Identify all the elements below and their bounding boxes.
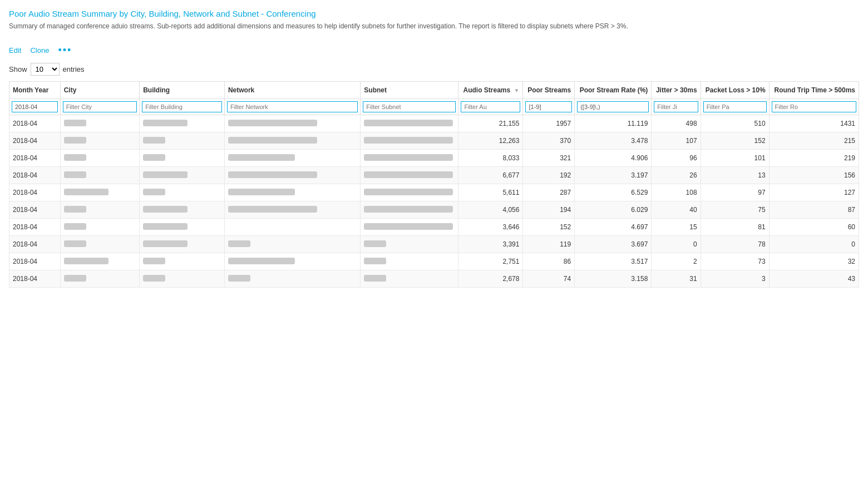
cell-month: 2018-04 bbox=[9, 132, 61, 149]
filter-psr[interactable] bbox=[577, 101, 649, 112]
cell-network bbox=[224, 253, 360, 270]
filter-jitter[interactable] bbox=[654, 101, 698, 112]
filter-rtt[interactable] bbox=[772, 101, 856, 112]
cell-network bbox=[224, 149, 360, 166]
col-header-rtt: Round Trip Time > 500ms bbox=[769, 81, 859, 98]
table-row: 2018-04 2,751 86 3.517 2 73 32 bbox=[9, 253, 859, 270]
more-options-button[interactable]: ••• bbox=[58, 45, 72, 56]
cell-psr: 3.478 bbox=[575, 132, 652, 149]
cell-poor-streams: 370 bbox=[523, 132, 575, 149]
cell-poor-streams: 1957 bbox=[523, 115, 575, 132]
cell-network bbox=[224, 166, 360, 184]
col-header-packet-loss: Packet Loss > 10% bbox=[701, 81, 769, 98]
filter-subnet[interactable] bbox=[363, 101, 456, 112]
cell-jitter: 15 bbox=[652, 218, 701, 235]
cell-jitter: 107 bbox=[652, 132, 701, 149]
table-row: 2018-04 4,056 194 6.029 40 75 87 bbox=[9, 201, 859, 218]
filter-month-year[interactable] bbox=[12, 101, 58, 112]
cell-subnet bbox=[361, 149, 458, 166]
cell-city bbox=[60, 115, 140, 132]
table-row: 2018-04 3,391 119 3.697 0 78 0 bbox=[9, 235, 859, 253]
cell-network bbox=[224, 218, 360, 235]
table-row: 2018-04 2,678 74 3.158 31 3 43 bbox=[9, 270, 859, 287]
cell-rtt: 0 bbox=[769, 235, 859, 253]
cell-poor-streams: 321 bbox=[523, 149, 575, 166]
filter-poor-streams[interactable] bbox=[525, 101, 572, 112]
filter-cell-packet bbox=[701, 98, 769, 115]
cell-jitter: 0 bbox=[652, 235, 701, 253]
cell-building bbox=[140, 201, 225, 218]
cell-subnet bbox=[361, 166, 458, 184]
cell-subnet bbox=[361, 132, 458, 149]
col-header-jitter: Jitter > 30ms bbox=[652, 81, 701, 98]
col-header-psr: Poor Stream Rate (%) bbox=[575, 81, 652, 98]
cell-packet-loss: 73 bbox=[701, 253, 769, 270]
filter-cell-poor bbox=[523, 98, 575, 115]
cell-city bbox=[60, 235, 140, 253]
cell-packet-loss: 81 bbox=[701, 218, 769, 235]
cell-rtt: 1431 bbox=[769, 115, 859, 132]
cell-packet-loss: 152 bbox=[701, 132, 769, 149]
cell-month: 2018-04 bbox=[9, 218, 61, 235]
cell-subnet bbox=[361, 218, 458, 235]
cell-month: 2018-04 bbox=[9, 253, 61, 270]
cell-audio-streams: 6,677 bbox=[458, 166, 523, 184]
cell-jitter: 498 bbox=[652, 115, 701, 132]
cell-subnet bbox=[361, 253, 458, 270]
entries-select[interactable]: 10 25 50 100 bbox=[31, 63, 60, 76]
filter-cell-network bbox=[224, 98, 360, 115]
cell-poor-streams: 74 bbox=[523, 270, 575, 287]
table-filter-row bbox=[9, 98, 859, 115]
filter-cell-subnet bbox=[361, 98, 458, 115]
cell-poor-streams: 119 bbox=[523, 235, 575, 253]
cell-packet-loss: 510 bbox=[701, 115, 769, 132]
cell-building bbox=[140, 235, 225, 253]
filter-network[interactable] bbox=[227, 101, 358, 112]
cell-building bbox=[140, 218, 225, 235]
cell-subnet bbox=[361, 115, 458, 132]
cell-audio-streams: 3,391 bbox=[458, 235, 523, 253]
cell-network bbox=[224, 132, 360, 149]
page-subtitle: Summary of managed conference aduio stre… bbox=[9, 22, 859, 31]
cell-building bbox=[140, 253, 225, 270]
clone-button[interactable]: Clone bbox=[30, 46, 49, 55]
cell-audio-streams: 5,611 bbox=[458, 184, 523, 201]
page-title: Poor Audio Stream Summary by City, Build… bbox=[9, 9, 859, 18]
filter-building[interactable] bbox=[142, 101, 222, 112]
cell-building bbox=[140, 184, 225, 201]
cell-city bbox=[60, 184, 140, 201]
cell-subnet bbox=[361, 201, 458, 218]
cell-building bbox=[140, 149, 225, 166]
filter-cell-psr bbox=[575, 98, 652, 115]
table-row: 2018-04 21,155 1957 11.119 498 510 1431 bbox=[9, 115, 859, 132]
cell-jitter: 31 bbox=[652, 270, 701, 287]
cell-audio-streams: 3,646 bbox=[458, 218, 523, 235]
cell-poor-streams: 192 bbox=[523, 166, 575, 184]
cell-poor-streams: 86 bbox=[523, 253, 575, 270]
col-header-audio-streams[interactable]: Audio Streams ▼ bbox=[458, 81, 523, 98]
cell-psr: 3.197 bbox=[575, 166, 652, 184]
cell-psr: 4.697 bbox=[575, 218, 652, 235]
cell-packet-loss: 3 bbox=[701, 270, 769, 287]
cell-packet-loss: 101 bbox=[701, 149, 769, 166]
edit-button[interactable]: Edit bbox=[9, 46, 21, 55]
filter-cell-month bbox=[9, 98, 61, 115]
filter-audio-streams[interactable] bbox=[461, 101, 520, 112]
cell-psr: 11.119 bbox=[575, 115, 652, 132]
cell-audio-streams: 4,056 bbox=[458, 201, 523, 218]
cell-network bbox=[224, 270, 360, 287]
cell-month: 2018-04 bbox=[9, 166, 61, 184]
sort-icon-audio: ▼ bbox=[514, 87, 520, 93]
cell-rtt: 127 bbox=[769, 184, 859, 201]
cell-jitter: 40 bbox=[652, 201, 701, 218]
cell-rtt: 156 bbox=[769, 166, 859, 184]
filter-packet-loss[interactable] bbox=[703, 101, 767, 112]
filter-cell-jitter bbox=[652, 98, 701, 115]
show-label: Show bbox=[9, 65, 27, 73]
cell-packet-loss: 97 bbox=[701, 184, 769, 201]
table-row: 2018-04 8,033 321 4.906 96 101 219 bbox=[9, 149, 859, 166]
filter-city[interactable] bbox=[63, 101, 137, 112]
cell-city bbox=[60, 270, 140, 287]
cell-rtt: 32 bbox=[769, 253, 859, 270]
cell-jitter: 26 bbox=[652, 166, 701, 184]
